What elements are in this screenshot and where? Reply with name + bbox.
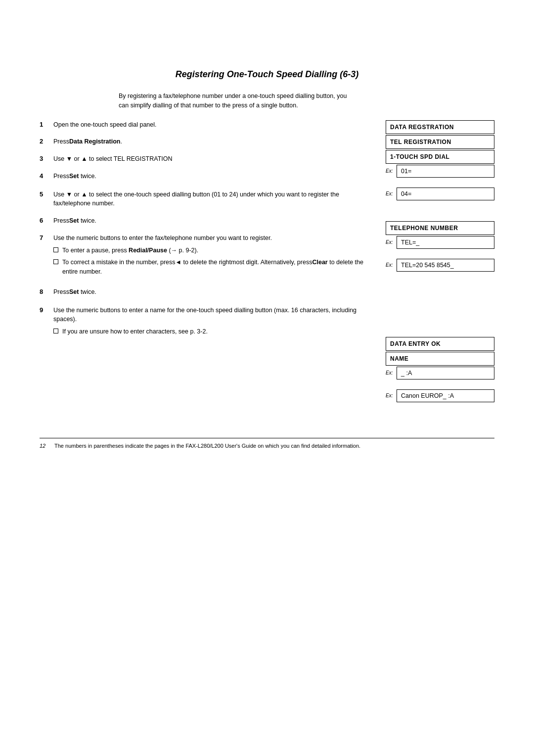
display-row-ex1: Ex: 01= <box>386 165 494 178</box>
bullet-square-icon-3 <box>53 329 58 333</box>
page-content: Registering One-Touch Speed Dialling (6-… <box>40 30 494 450</box>
step-2-text-plain: Press <box>53 138 69 145</box>
steps-column: 1 Open the one-touch speed dial panel. 2… <box>40 120 386 408</box>
display-row-tel1: Ex: TEL=_ <box>386 236 494 249</box>
step-2: 2 PressData Registration. <box>40 137 371 146</box>
step-1-number: 1 <box>40 120 53 128</box>
step-6-text-bold: Set <box>69 217 79 224</box>
step-9: 9 Use the numeric buttons to enter a nam… <box>40 306 371 339</box>
telephone-number-screen: TELEPHONE NUMBER <box>386 221 494 235</box>
name-ex1-label: Ex: <box>386 370 395 376</box>
step-9-bullet-1-text: If you are unsure how to enter character… <box>62 327 208 336</box>
step-1-content: Open the one-touch speed dial panel. <box>53 120 371 130</box>
step-3: 3 Use ▼ or ▲ to select TEL REGISTRATION <box>40 154 371 164</box>
tel-registration-screen: TEL REGISTRATION <box>386 135 494 149</box>
step-4-content: PressSet twice. <box>53 172 371 181</box>
tel-ex1-box: TEL=_ <box>397 236 494 249</box>
step-5: 5 Use ▼ or ▲ to select the one-touch spe… <box>40 190 371 209</box>
step-7-bullets: To enter a pause, press Redial/Pause (→ … <box>53 246 371 277</box>
display-row-name1: Ex: _ :A <box>386 367 494 379</box>
display-row-name2: Ex: Canon EUROP_ :A <box>386 389 494 402</box>
step-9-bullet-1: If you are unsure how to enter character… <box>53 327 371 336</box>
name-ex1-box: _ :A <box>397 367 494 379</box>
step-3-number: 3 <box>40 154 53 162</box>
step-1-text: Open the one-touch speed dial panel. <box>53 121 157 128</box>
step-4-text-bold: Set <box>69 173 79 180</box>
step-7: 7 Use the numeric buttons to enter the f… <box>40 234 371 280</box>
step-8-text-plain: Press <box>53 288 69 295</box>
step-5-content: Use ▼ or ▲ to select the one-touch speed… <box>53 190 371 209</box>
ex1-box: 01= <box>397 165 494 178</box>
step-8-text-bold: Set <box>69 288 79 295</box>
step-4: 4 PressSet twice. <box>40 172 371 181</box>
main-layout: 1 Open the one-touch speed dial panel. 2… <box>40 120 494 408</box>
step-9-content: Use the numeric buttons to enter a name … <box>53 306 371 339</box>
step-1: 1 Open the one-touch speed dial panel. <box>40 120 371 130</box>
step-2-number: 2 <box>40 137 53 145</box>
step-7-bullet-1: To enter a pause, press Redial/Pause (→ … <box>53 246 371 255</box>
display-group-2: TELEPHONE NUMBER Ex: TEL=_ Ex: TEL=20 54… <box>386 221 494 272</box>
step-4-text-plain: Press <box>53 173 69 180</box>
step-5-text: Use ▼ or ▲ to select the one-touch speed… <box>53 191 339 207</box>
step-2-content: PressData Registration. <box>53 137 371 146</box>
display-row-ex2: Ex: 04= <box>386 188 494 200</box>
step-7-content: Use the numeric buttons to enter the fax… <box>53 234 371 280</box>
step-6-text-plain: Press <box>53 217 69 224</box>
tel-ex2-label: Ex: <box>386 262 395 268</box>
step-7-number: 7 <box>40 234 53 241</box>
display-group-3: DATA ENTRY OK NAME Ex: _ :A Ex: Canon EU… <box>386 337 494 402</box>
tel-ex2-box: TEL=20 545 8545_ <box>397 259 494 272</box>
bullet-square-icon <box>53 247 58 252</box>
step-7-bullet-1-text: To enter a pause, press Redial/Pause (→ … <box>62 246 198 255</box>
bullet-square-icon-2 <box>53 259 58 264</box>
ex2-box: 04= <box>397 188 494 200</box>
name-screen: NAME <box>386 352 494 366</box>
step-6-content: PressSet twice. <box>53 216 371 226</box>
step-7-bullet-2-text: To correct a mistake in the number, pres… <box>62 258 371 277</box>
name-ex2-label: Ex: <box>386 393 395 398</box>
footer: 12 The numbers in parentheses indicate t… <box>40 438 494 450</box>
intro-text: By registering a fax/telephone number un… <box>119 92 356 110</box>
step-7-text: Use the numeric buttons to enter the fax… <box>53 235 272 241</box>
footer-text: The numbers in parentheses indicate the … <box>54 442 494 450</box>
step-2-text-bold: Data Registration <box>69 138 121 145</box>
footer-page-number: 12 <box>40 442 54 450</box>
display-group-1: DATA REGSTRATION TEL REGISTRATION 1-TOUC… <box>386 120 494 200</box>
step-3-text: Use ▼ or ▲ to select TEL REGISTRATION <box>53 155 173 162</box>
one-touch-spd-dial-screen: 1-TOUCH SPD DIAL <box>386 150 494 164</box>
step-8-number: 8 <box>40 287 53 295</box>
page-title: Registering One-Touch Speed Dialling (6-… <box>40 69 494 80</box>
step-3-content: Use ▼ or ▲ to select TEL REGISTRATION <box>53 154 371 164</box>
step-2-text-after: . <box>120 138 122 145</box>
step-7-bullet-2: To correct a mistake in the number, pres… <box>53 258 371 277</box>
step-6-number: 6 <box>40 216 53 224</box>
step-9-bullets: If you are unsure how to enter character… <box>53 327 371 336</box>
tel-ex1-label: Ex: <box>386 239 395 245</box>
data-regstration-screen: DATA REGSTRATION <box>386 120 494 134</box>
ex1-label: Ex: <box>386 168 395 174</box>
step-9-number: 9 <box>40 306 53 314</box>
step-8-content: PressSet twice. <box>53 287 371 297</box>
display-column: DATA REGSTRATION TEL REGISTRATION 1-TOUC… <box>386 120 494 408</box>
step-4-number: 4 <box>40 172 53 180</box>
step-5-number: 5 <box>40 190 53 198</box>
step-8-text-after: twice. <box>79 288 96 295</box>
step-8: 8 PressSet twice. <box>40 287 371 297</box>
step-9-text: Use the numeric buttons to enter a name … <box>53 307 356 323</box>
display-row-tel2: Ex: TEL=20 545 8545_ <box>386 259 494 272</box>
step-6-text-after: twice. <box>79 217 96 224</box>
ex2-label: Ex: <box>386 191 395 196</box>
name-ex2-box: Canon EUROP_ :A <box>397 389 494 402</box>
data-entry-ok-screen: DATA ENTRY OK <box>386 337 494 351</box>
step-4-text-after: twice. <box>79 173 96 180</box>
step-6: 6 PressSet twice. <box>40 216 371 226</box>
